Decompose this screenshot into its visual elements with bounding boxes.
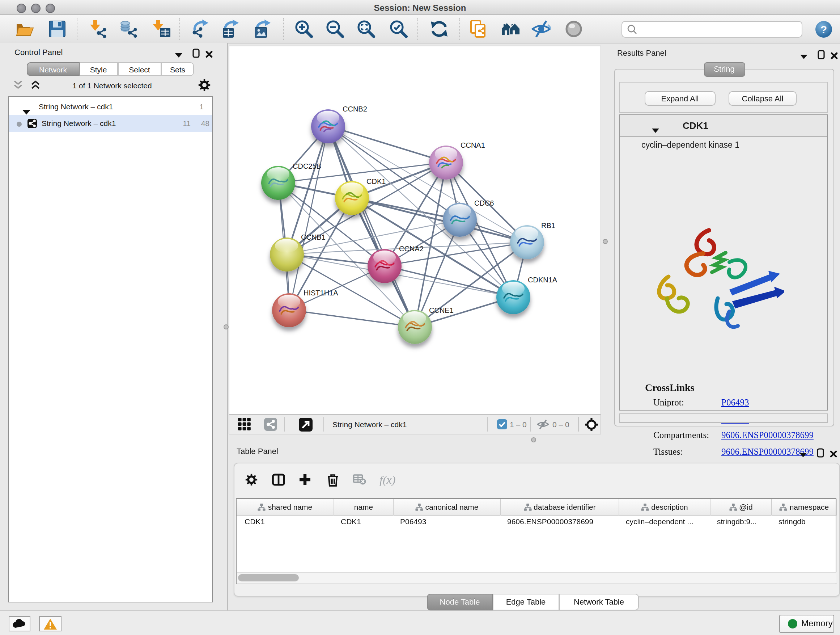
- network-node-CCNA1[interactable]: [429, 145, 463, 179]
- zoom-in-icon[interactable]: [294, 19, 314, 39]
- center-view-icon[interactable]: [584, 417, 598, 434]
- tab-network[interactable]: Network: [27, 62, 79, 76]
- table-panel-close-icon[interactable]: [829, 448, 837, 461]
- selected-counter: 1 – 0: [510, 420, 527, 428]
- network-node-CDKN1A[interactable]: [496, 280, 531, 314]
- table-cell[interactable]: 9606.ENSP00000378699: [507, 517, 593, 529]
- results-panel-close-icon[interactable]: [830, 49, 837, 62]
- refresh-icon[interactable]: [429, 19, 449, 39]
- import-network-icon[interactable]: [88, 19, 108, 39]
- tab-sets[interactable]: Sets: [161, 62, 194, 76]
- node-label-CCNB2: CCNB2: [343, 105, 367, 113]
- node-label-RB1: RB1: [541, 221, 555, 229]
- export-image-icon[interactable]: [252, 19, 272, 39]
- network-node-CCNA2[interactable]: [368, 249, 401, 283]
- zoom-selected-icon[interactable]: [388, 19, 409, 39]
- collapse-all-icon[interactable]: [30, 80, 41, 93]
- open-in-new-icon[interactable]: [298, 417, 312, 434]
- expand-all-icon[interactable]: [13, 80, 23, 93]
- results-panel-collapse-icon[interactable]: [800, 49, 807, 62]
- eye-gray-icon[interactable]: [564, 19, 584, 39]
- collapse-all-button[interactable]: Collapse All: [729, 91, 797, 106]
- show-columns-icon[interactable]: [272, 473, 285, 488]
- network-node-CCNE1[interactable]: [398, 310, 431, 344]
- right-splitter-handle[interactable]: [602, 239, 607, 244]
- save-icon[interactable]: [47, 19, 67, 39]
- network-node-CDC25B[interactable]: [261, 166, 295, 200]
- gene-section-header[interactable]: CDK1: [620, 115, 827, 136]
- import-database-icon[interactable]: [118, 19, 138, 39]
- folder-open-icon[interactable]: [14, 19, 35, 39]
- houses-icon[interactable]: [501, 19, 521, 39]
- results-panel-float-icon[interactable]: [817, 49, 824, 62]
- column-header-namespace[interactable]: namespace: [772, 499, 837, 516]
- results-panel-title: Results Panel: [617, 49, 666, 57]
- network-node-RB1[interactable]: [510, 225, 544, 259]
- column-header-name[interactable]: name: [334, 499, 393, 516]
- column-header-canonicalname[interactable]: canonical name: [393, 499, 501, 516]
- network-node-CCNB1[interactable]: [270, 237, 303, 271]
- table-panel-float-icon[interactable]: [816, 448, 824, 461]
- add-column-icon[interactable]: [299, 473, 311, 488]
- left-splitter-handle[interactable]: [224, 325, 229, 329]
- network-node-CDK1[interactable]: [335, 181, 369, 215]
- protein-structure-image: [648, 220, 784, 334]
- column-header-databaseidentifier[interactable]: database identifier: [501, 499, 619, 516]
- network-view[interactable]: CCNB2CCNA1CDC25BCDK1CDC6RB1CCNB1CCNA2CDK…: [228, 46, 601, 434]
- network-status-dot: [16, 121, 21, 126]
- grid-view-icon[interactable]: [238, 418, 251, 434]
- column-header-@id[interactable]: @id: [711, 499, 772, 516]
- network-row-selected[interactable]: String Network – cdk1 11 48: [8, 115, 212, 131]
- cloud-button[interactable]: [8, 616, 30, 631]
- delete-column-icon[interactable]: [327, 473, 338, 489]
- node-label-CDK1: CDK1: [366, 177, 386, 185]
- memory-button[interactable]: Memory: [779, 615, 834, 633]
- network-node-CCNB2[interactable]: [311, 109, 345, 143]
- network-node-HIST1H1A[interactable]: [272, 293, 306, 327]
- cytoscape-window: Session: New Session ? Control Panel Net…: [0, 0, 840, 635]
- node-table: shared namename canonical name database …: [236, 498, 836, 584]
- column-header-sharedname[interactable]: shared name: [237, 499, 334, 516]
- help-icon[interactable]: ?: [815, 21, 832, 38]
- new-network-icon[interactable]: [189, 19, 210, 39]
- results-gene-section: CDK1 cyclin–dependent kinase 1 CrossLink…: [619, 114, 828, 410]
- table-cell[interactable]: cyclin–dependent ...: [626, 517, 693, 529]
- table-cell[interactable]: stringdb:9...: [717, 517, 757, 529]
- network-view-icon[interactable]: [264, 418, 277, 434]
- import-table-icon[interactable]: [151, 19, 172, 39]
- expand-all-button[interactable]: Expand All: [645, 91, 715, 106]
- network-collection-row[interactable]: String Network – cdk1 1: [8, 98, 212, 115]
- tab-style[interactable]: Style: [79, 62, 118, 76]
- control-panel-close-icon[interactable]: [205, 48, 213, 61]
- control-panel-float-icon[interactable]: [193, 48, 200, 61]
- gear-icon[interactable]: [198, 79, 210, 94]
- tab-network-table[interactable]: Network Table: [559, 594, 639, 610]
- tab-node-table[interactable]: Node Table: [427, 594, 493, 610]
- tab-edge-table[interactable]: Edge Table: [493, 594, 559, 610]
- tab-select[interactable]: Select: [118, 62, 161, 76]
- table-cell[interactable]: CDK1: [245, 517, 265, 529]
- hidden-eye-icon: [537, 419, 549, 432]
- copy-documents-icon[interactable]: [468, 19, 488, 39]
- network-node-CDC6[interactable]: [443, 203, 477, 237]
- tab-string[interactable]: String: [704, 62, 745, 77]
- table-cell[interactable]: P06493: [400, 517, 426, 529]
- new-table-icon[interactable]: [220, 19, 240, 39]
- titlebar: Session: New Session: [0, 0, 840, 15]
- table-cell[interactable]: CDK1: [341, 517, 361, 529]
- zoom-fit-icon[interactable]: [356, 19, 376, 39]
- warning-button[interactable]: [39, 616, 61, 631]
- zoom-out-icon[interactable]: [325, 19, 345, 39]
- table-panel-collapse-icon[interactable]: [799, 448, 806, 461]
- control-panel-collapse-icon[interactable]: [175, 48, 182, 61]
- search-input[interactable]: [622, 21, 802, 38]
- table-cell[interactable]: stringdb: [778, 517, 806, 529]
- selected-checkbox-icon[interactable]: [497, 419, 507, 432]
- table-horizontal-scrollbar[interactable]: [237, 572, 836, 583]
- eye-slash-icon[interactable]: [531, 19, 551, 39]
- node-label-CDC6: CDC6: [474, 199, 494, 207]
- crosslink-value-link[interactable]: P06493: [722, 397, 749, 409]
- table-gear-icon[interactable]: [245, 473, 257, 488]
- column-header-description[interactable]: description: [619, 499, 711, 516]
- bottom-splitter-handle[interactable]: [531, 437, 536, 442]
